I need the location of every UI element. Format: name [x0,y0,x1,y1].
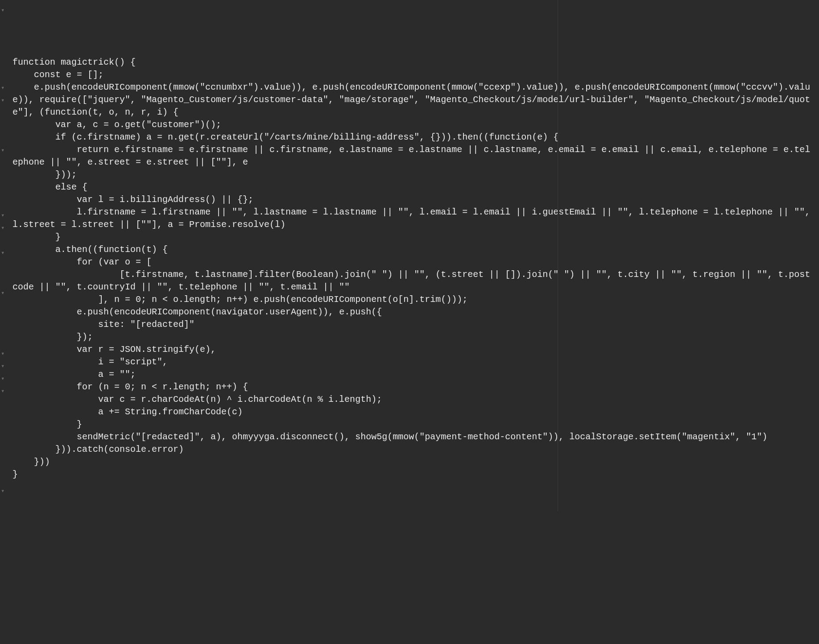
fold-marker[interactable]: ▾ [1,350,4,359]
fold-marker[interactable]: ▾ [1,487,4,496]
fold-marker[interactable]: ▾ [1,96,4,105]
fold-marker[interactable]: ▾ [1,146,4,155]
code-block: function magictrick() { const e = []; e.… [12,56,815,481]
fold-marker[interactable]: ▾ [1,249,4,258]
fold-marker[interactable]: ▾ [1,84,4,93]
fold-marker[interactable]: ▾ [1,211,4,220]
fold-marker[interactable]: ▾ [1,362,4,371]
fold-marker[interactable]: ▾ [1,224,4,233]
fold-marker[interactable]: ▾ [1,387,4,396]
fold-marker[interactable]: ▾ [1,289,4,298]
fold-marker[interactable]: ▾ [1,375,4,384]
gutter: ▾▾▾▾▾▾▾▾▾▾▾▾▾ [0,0,7,511]
code-editor: ▾▾▾▾▾▾▾▾▾▾▾▾▾ function magictrick() { co… [0,0,819,511]
fold-marker[interactable]: ▾ [1,6,4,15]
